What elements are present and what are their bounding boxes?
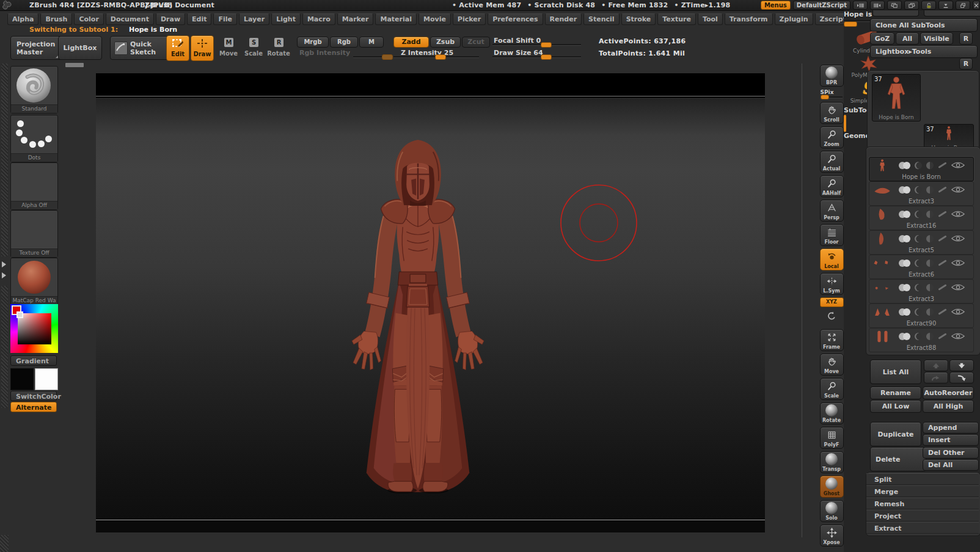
dock-left-icon[interactable] [887,1,902,10]
prev-ui-layout-button[interactable] [853,1,868,10]
polypaint-icon[interactable] [899,284,910,291]
brush-icon[interactable] [938,308,946,314]
contrast-icon[interactable] [926,260,934,267]
subtool-item-hope-is-born-0[interactable]: Hope is Born [869,157,974,181]
shelf-move[interactable]: Move [820,354,844,376]
gradient-button[interactable]: Gradient [10,355,57,366]
brush-icon[interactable] [938,211,946,217]
list-all-button[interactable]: List All [870,360,921,384]
tray-thumb-dots[interactable]: Dots [10,115,58,162]
current-tool-thumbnail[interactable]: 37Hope is Born [872,74,921,122]
menu-file[interactable]: File [213,13,237,25]
shelf-xpose[interactable]: Xpose [820,525,844,547]
menu-macro[interactable]: Macro [302,13,335,25]
r-button[interactable]: R [959,32,973,45]
move-mode-button[interactable]: M Move [216,37,241,60]
polypaint-icon[interactable] [899,211,910,218]
menu-layer[interactable]: Layer [239,13,269,25]
menu-preferences[interactable]: Preferences [488,13,543,25]
subtool-item-extract5-3[interactable]: Extract5 [869,230,974,255]
shade-icon[interactable] [915,235,922,242]
active-tool-slider-thumb[interactable] [844,21,857,27]
shelf-spix[interactable]: SPix [821,89,843,100]
clone-all-subtools-button[interactable]: Clone All SubTools [870,18,978,32]
autoreorder-button[interactable]: AutoReorder [923,387,974,399]
default-zscript-button[interactable]: DefaultZScript [793,1,850,10]
secondary-color-swatch[interactable] [35,368,58,390]
subtool-item-extract3-1[interactable]: Extract3 [869,181,974,206]
move-up-button[interactable] [924,360,948,371]
all-button[interactable]: All [896,32,919,45]
del-all-button[interactable]: Del All [923,459,979,471]
contrast-icon[interactable] [926,308,934,316]
menu-draw[interactable]: Draw [156,13,185,25]
brush-icon[interactable] [938,186,946,192]
draw-size-slider[interactable] [492,56,581,57]
shade-icon[interactable] [915,308,922,316]
menu-render[interactable]: Render [545,13,582,25]
subtool-item-extract90-6[interactable]: Extract90 [869,303,974,328]
shade-icon[interactable] [915,186,922,194]
curve-down-button[interactable] [949,372,974,383]
brush-icon[interactable] [938,284,946,290]
shelf-zoom[interactable]: Zoom [820,126,844,148]
clipped-button[interactable] [872,10,919,16]
shelf-transp[interactable]: Transp [820,451,844,473]
menu-light[interactable]: Light [271,13,301,25]
divider-arrow-icon[interactable] [2,261,6,267]
brush-icon[interactable] [938,333,946,339]
brush-icon[interactable] [938,260,946,266]
menu-document[interactable]: Document [106,13,154,25]
all-high-button[interactable]: All High [923,400,974,413]
polypaint-icon[interactable] [899,186,910,194]
polypaint-icon[interactable] [899,260,910,267]
menu-marker[interactable]: Marker [337,13,374,25]
dock-right-icon[interactable] [904,1,919,10]
shelf-scale[interactable]: Scale [820,378,844,400]
scale-mode-button[interactable]: S Scale [241,37,266,60]
menu-color[interactable]: Color [74,13,103,25]
menu-zplugin[interactable]: Zplugin [775,13,813,25]
menu-tool[interactable]: Tool [698,13,723,25]
lightbox-button[interactable]: LightBox [58,36,102,60]
shelf-spin-button[interactable] [821,310,843,325]
corner-grip[interactable] [0,535,9,552]
brush-icon[interactable] [938,162,946,168]
rgb-button[interactable]: Rgb [330,37,358,48]
contrast-icon[interactable] [926,211,934,218]
menu-material[interactable]: Material [375,13,416,25]
edit-mode-button[interactable]: Edit [166,35,189,61]
shelf-local[interactable]: Local [820,249,844,271]
redo-arrow-button[interactable] [924,372,948,383]
subtool-item-extract88-7[interactable]: Extract88 [869,328,974,352]
spix-slider-thumb[interactable] [821,95,829,100]
tray-thumb-matcap-red-wa[interactable]: MatCap Red Wa [10,258,58,305]
left-divider-grip[interactable] [1,64,8,256]
shade-icon[interactable] [915,333,922,340]
shelf-l-sym[interactable]: L.Sym [820,273,844,295]
next-ui-layout-button[interactable] [870,1,885,10]
rgb-intensity-slider[interactable] [353,56,390,57]
polypaint-icon[interactable] [899,308,910,316]
r-button-2[interactable]: R [959,58,973,70]
focal-shift-slider[interactable] [492,44,581,45]
contrast-icon[interactable] [926,186,934,194]
polypaint-icon[interactable] [899,333,910,340]
alternate-button[interactable]: Alternate [10,402,57,412]
menu-movie[interactable]: Movie [419,13,451,25]
mrgb-button[interactable]: Mrgb [297,37,329,48]
section-remesh[interactable]: Remesh [866,498,979,509]
z-intensity-slider[interactable] [393,56,479,57]
lightbox-tools-header[interactable]: Lightbox▸Tools [870,45,978,58]
section-extract[interactable]: Extract [866,522,979,534]
move-down-button[interactable] [949,360,974,371]
menu-transform[interactable]: Transform [725,13,773,25]
shelf-bpr[interactable]: BPR [820,65,844,87]
rotate-mode-button[interactable]: R Rotate [266,37,291,60]
shade-icon[interactable] [915,162,922,169]
section-split[interactable]: Split [866,473,979,485]
contrast-icon[interactable] [926,284,934,291]
character-model[interactable] [334,136,505,499]
draw-mode-button[interactable]: Draw [191,35,214,61]
polypaint-icon[interactable] [899,235,910,242]
